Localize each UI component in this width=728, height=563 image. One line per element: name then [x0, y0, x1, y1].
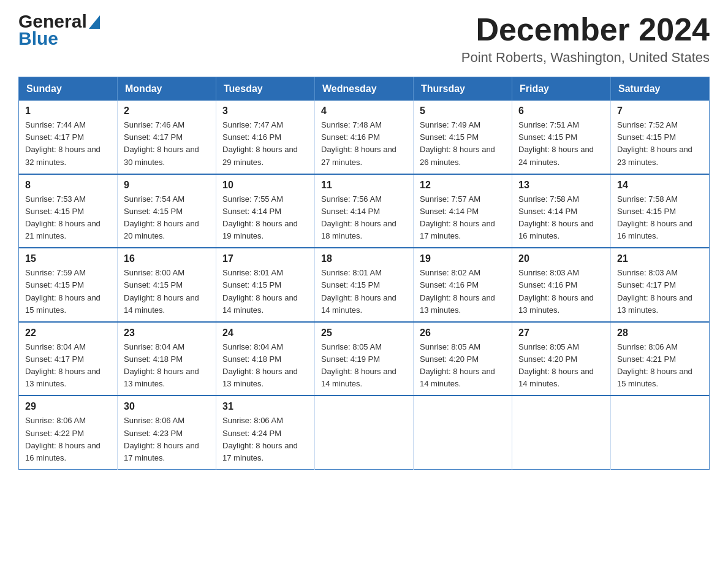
day-number: 8 — [25, 180, 111, 191]
day-info: Sunrise: 8:06 AMSunset: 4:21 PMDaylight:… — [617, 341, 703, 391]
calendar-cell: 21Sunrise: 8:03 AMSunset: 4:17 PMDayligh… — [611, 248, 710, 322]
calendar-cell — [414, 396, 512, 469]
weekday-header-thursday: Thursday — [414, 77, 512, 101]
weekday-header-monday: Monday — [118, 77, 216, 101]
weekday-header-saturday: Saturday — [611, 77, 710, 101]
day-info: Sunrise: 7:44 AMSunset: 4:17 PMDaylight:… — [25, 119, 111, 169]
day-number: 15 — [25, 253, 111, 264]
calendar-cell — [512, 396, 611, 469]
calendar-cell: 7Sunrise: 7:52 AMSunset: 4:15 PMDaylight… — [611, 101, 710, 174]
week-row-2: 8Sunrise: 7:53 AMSunset: 4:15 PMDaylight… — [19, 174, 710, 248]
day-number: 22 — [25, 327, 111, 339]
calendar-cell: 16Sunrise: 8:00 AMSunset: 4:15 PMDayligh… — [118, 248, 216, 322]
day-number: 17 — [222, 253, 308, 264]
day-info: Sunrise: 8:06 AMSunset: 4:24 PMDaylight:… — [222, 415, 308, 464]
logo-blue-text: Blue — [18, 29, 100, 48]
day-info: Sunrise: 7:58 AMSunset: 4:15 PMDaylight:… — [617, 193, 703, 243]
day-info: Sunrise: 7:46 AMSunset: 4:17 PMDaylight:… — [124, 119, 210, 169]
day-number: 29 — [25, 401, 111, 412]
day-number: 20 — [518, 253, 604, 264]
calendar-cell: 27Sunrise: 8:05 AMSunset: 4:20 PMDayligh… — [512, 322, 611, 396]
weekday-header-sunday: Sunday — [19, 77, 118, 101]
day-info: Sunrise: 8:05 AMSunset: 4:20 PMDaylight:… — [518, 341, 604, 391]
calendar-cell: 28Sunrise: 8:06 AMSunset: 4:21 PMDayligh… — [611, 322, 710, 396]
day-number: 19 — [420, 253, 506, 264]
calendar-cell: 12Sunrise: 7:57 AMSunset: 4:14 PMDayligh… — [414, 174, 512, 248]
calendar-cell: 25Sunrise: 8:05 AMSunset: 4:19 PMDayligh… — [315, 322, 414, 396]
week-row-4: 22Sunrise: 8:04 AMSunset: 4:17 PMDayligh… — [19, 322, 710, 396]
calendar-cell: 10Sunrise: 7:55 AMSunset: 4:14 PMDayligh… — [216, 174, 315, 248]
calendar-cell: 17Sunrise: 8:01 AMSunset: 4:15 PMDayligh… — [216, 248, 315, 322]
day-info: Sunrise: 7:58 AMSunset: 4:14 PMDaylight:… — [518, 193, 604, 243]
calendar-cell: 23Sunrise: 8:04 AMSunset: 4:18 PMDayligh… — [118, 322, 216, 396]
day-number: 21 — [617, 253, 703, 264]
day-number: 7 — [617, 105, 703, 117]
day-info: Sunrise: 7:52 AMSunset: 4:15 PMDaylight:… — [617, 119, 703, 169]
day-info: Sunrise: 7:53 AMSunset: 4:15 PMDaylight:… — [25, 193, 111, 243]
day-number: 26 — [420, 327, 506, 339]
calendar-cell: 15Sunrise: 7:59 AMSunset: 4:15 PMDayligh… — [19, 248, 118, 322]
calendar-cell: 31Sunrise: 8:06 AMSunset: 4:24 PMDayligh… — [216, 396, 315, 469]
day-number: 4 — [321, 105, 407, 117]
day-info: Sunrise: 8:06 AMSunset: 4:23 PMDaylight:… — [124, 415, 210, 464]
day-info: Sunrise: 7:47 AMSunset: 4:16 PMDaylight:… — [222, 119, 308, 169]
day-info: Sunrise: 7:54 AMSunset: 4:15 PMDaylight:… — [124, 193, 210, 243]
day-info: Sunrise: 8:04 AMSunset: 4:18 PMDaylight:… — [222, 341, 308, 391]
calendar-cell: 29Sunrise: 8:06 AMSunset: 4:22 PMDayligh… — [19, 396, 118, 469]
day-info: Sunrise: 8:06 AMSunset: 4:22 PMDaylight:… — [25, 415, 111, 464]
title-area: December 2024 Point Roberts, Washington,… — [461, 12, 710, 66]
calendar-cell: 30Sunrise: 8:06 AMSunset: 4:23 PMDayligh… — [118, 396, 216, 469]
calendar-cell: 24Sunrise: 8:04 AMSunset: 4:18 PMDayligh… — [216, 322, 315, 396]
weekday-header-friday: Friday — [512, 77, 611, 101]
day-number: 28 — [617, 327, 703, 339]
day-number: 18 — [321, 253, 407, 264]
calendar-cell: 22Sunrise: 8:04 AMSunset: 4:17 PMDayligh… — [19, 322, 118, 396]
month-title: December 2024 — [461, 12, 710, 47]
day-number: 9 — [124, 180, 210, 191]
day-number: 12 — [420, 180, 506, 191]
day-info: Sunrise: 7:57 AMSunset: 4:14 PMDaylight:… — [420, 193, 506, 243]
calendar-cell: 14Sunrise: 7:58 AMSunset: 4:15 PMDayligh… — [611, 174, 710, 248]
day-number: 11 — [321, 180, 407, 191]
day-info: Sunrise: 8:04 AMSunset: 4:18 PMDaylight:… — [124, 341, 210, 391]
day-info: Sunrise: 8:04 AMSunset: 4:17 PMDaylight:… — [25, 341, 111, 391]
day-number: 13 — [518, 180, 604, 191]
day-info: Sunrise: 7:49 AMSunset: 4:15 PMDaylight:… — [420, 119, 506, 169]
calendar-cell: 26Sunrise: 8:05 AMSunset: 4:20 PMDayligh… — [414, 322, 512, 396]
page-header: General Blue December 2024 Point Roberts… — [18, 12, 710, 66]
calendar-cell: 20Sunrise: 8:03 AMSunset: 4:16 PMDayligh… — [512, 248, 611, 322]
weekday-header-row: SundayMondayTuesdayWednesdayThursdayFrid… — [19, 77, 710, 101]
calendar-cell: 4Sunrise: 7:48 AMSunset: 4:16 PMDaylight… — [315, 101, 414, 174]
weekday-header-tuesday: Tuesday — [216, 77, 315, 101]
day-number: 10 — [222, 180, 308, 191]
calendar-cell: 9Sunrise: 7:54 AMSunset: 4:15 PMDaylight… — [118, 174, 216, 248]
day-info: Sunrise: 8:05 AMSunset: 4:20 PMDaylight:… — [420, 341, 506, 391]
day-info: Sunrise: 8:00 AMSunset: 4:15 PMDaylight:… — [124, 267, 210, 316]
day-number: 27 — [518, 327, 604, 339]
calendar-cell: 6Sunrise: 7:51 AMSunset: 4:15 PMDaylight… — [512, 101, 611, 174]
svg-marker-0 — [89, 15, 100, 29]
day-number: 30 — [124, 401, 210, 412]
day-info: Sunrise: 7:51 AMSunset: 4:15 PMDaylight:… — [518, 119, 604, 169]
day-info: Sunrise: 8:02 AMSunset: 4:16 PMDaylight:… — [420, 267, 506, 316]
calendar-cell — [315, 396, 414, 469]
day-number: 31 — [222, 401, 308, 412]
day-info: Sunrise: 7:59 AMSunset: 4:15 PMDaylight:… — [25, 267, 111, 316]
logo-triangle-icon — [89, 15, 100, 29]
week-row-3: 15Sunrise: 7:59 AMSunset: 4:15 PMDayligh… — [19, 248, 710, 322]
day-info: Sunrise: 7:48 AMSunset: 4:16 PMDaylight:… — [321, 119, 407, 169]
calendar-cell: 13Sunrise: 7:58 AMSunset: 4:14 PMDayligh… — [512, 174, 611, 248]
weekday-header-wednesday: Wednesday — [315, 77, 414, 101]
day-number: 23 — [124, 327, 210, 339]
week-row-5: 29Sunrise: 8:06 AMSunset: 4:22 PMDayligh… — [19, 396, 710, 469]
day-number: 3 — [222, 105, 308, 117]
calendar-cell: 2Sunrise: 7:46 AMSunset: 4:17 PMDaylight… — [118, 101, 216, 174]
day-info: Sunrise: 8:01 AMSunset: 4:15 PMDaylight:… — [321, 267, 407, 316]
day-info: Sunrise: 8:01 AMSunset: 4:15 PMDaylight:… — [222, 267, 308, 316]
logo: General Blue — [18, 12, 100, 48]
calendar-cell: 5Sunrise: 7:49 AMSunset: 4:15 PMDaylight… — [414, 101, 512, 174]
day-number: 5 — [420, 105, 506, 117]
calendar-cell — [611, 396, 710, 469]
calendar-cell: 1Sunrise: 7:44 AMSunset: 4:17 PMDaylight… — [19, 101, 118, 174]
day-info: Sunrise: 8:05 AMSunset: 4:19 PMDaylight:… — [321, 341, 407, 391]
